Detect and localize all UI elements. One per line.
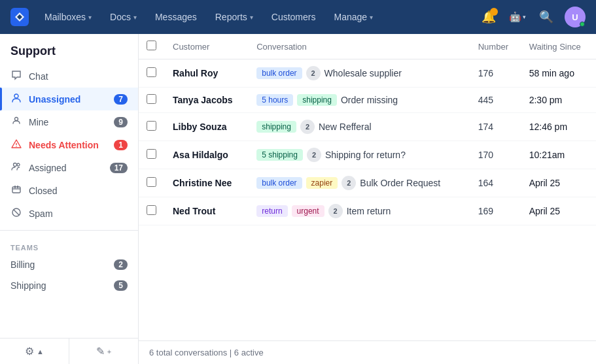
conversation-count-badge: 2 [342,176,356,190]
tag: return [256,205,287,217]
sidebar-item-chat-label: Chat [29,71,128,82]
compose-icon: ✎ [96,345,105,357]
sidebar-item-mine[interactable]: Mine 9 [0,110,138,133]
conversation-count-badge: 2 [328,204,343,218]
unassigned-icon [10,93,22,105]
conversation-subject: Wholesale supplier [324,68,402,78]
notifications-button[interactable]: 🔔 [478,7,499,27]
tag: shipping [297,94,337,106]
conversation-cell: returnurgent2Item return [256,204,462,218]
conversation-subject: Order missing [341,95,398,105]
table-row[interactable]: Libby Souzashipping2New Refferal17412:46… [139,113,596,141]
nav-manage[interactable]: Manage ▾ [326,8,381,26]
row-checkbox[interactable] [147,177,156,187]
nav-messages[interactable]: Messages [147,8,205,26]
conversation-column-header: Conversation [249,34,470,59]
conversation-count-badge: 2 [306,66,321,80]
sidebar-item-billing[interactable]: Billing 2 [0,254,138,275]
sidebar-divider [0,230,138,231]
svg-point-6 [17,163,20,166]
nav-icons: 🔔 🤖▾ 🔍 U [478,7,586,27]
table-row[interactable]: Christine Neebulk orderzapier2Bulk Order… [139,169,596,197]
shipping-count: 5 [114,280,128,291]
row-checkbox[interactable] [147,94,156,104]
tag: 5 hours [256,94,293,106]
search-button[interactable]: 🔍 [536,7,557,27]
select-all-checkbox[interactable] [147,41,156,50]
row-checkbox[interactable] [147,149,156,159]
avatar[interactable]: U [565,7,586,27]
logo[interactable] [10,8,29,26]
warning-icon [10,139,22,151]
table-footer: 6 total conversations | 6 active [139,340,596,364]
svg-point-4 [16,146,16,146]
layout: Support Chat Unassigned 7 Mine 9 [0,34,596,364]
sidebar-item-needs-attention-label: Needs Attention [29,140,107,150]
assigned-badge: 17 [110,163,128,173]
conversation-subject: Bulk Order Request [360,178,440,188]
nav-mailboxes[interactable]: Mailboxes ▾ [37,8,99,26]
agent-status-button[interactable]: 🤖▾ [507,7,528,27]
sidebar-item-chat[interactable]: Chat [0,65,138,88]
customer-name: Rahul Roy [173,68,218,78]
table-row[interactable]: Tanya Jacobs5 hoursshippingOrder missing… [139,88,596,113]
sidebar-item-spam-label: Spam [29,208,128,219]
conversation-cell: 5 shipping2Shipping for return? [256,148,462,162]
conversation-cell: 5 hoursshippingOrder missing [256,94,462,106]
billing-count: 2 [114,259,128,270]
customer-name: Asa Hildalgo [173,150,228,160]
gear-icon: ⚙ [25,345,34,357]
online-indicator [580,22,585,27]
table-row[interactable]: Ned Troutreturnurgent2Item return169Apri… [139,197,596,225]
customer-column-header: Customer [165,34,249,59]
sidebar-item-shipping[interactable]: Shipping 5 [0,275,138,296]
chevron-down-icon: ▾ [88,14,92,21]
sidebar-item-assigned[interactable]: Assigned 17 [0,156,138,179]
conversation-count-badge: 2 [300,120,315,134]
svg-rect-8 [14,186,16,188]
conversation-count-badge: 2 [307,148,321,162]
chevron-down-icon: ▾ [250,14,253,21]
svg-line-11 [14,210,19,215]
table-row[interactable]: Rahul Roybulk order2Wholesale supplier17… [139,59,596,88]
tag: shipping [256,121,296,133]
mine-badge: 9 [114,117,128,127]
nav-docs[interactable]: Docs ▾ [102,8,145,26]
sidebar: Support Chat Unassigned 7 Mine 9 [0,34,139,364]
tag: 5 shipping [256,149,303,161]
conversation-cell: bulk order2Wholesale supplier [256,66,462,80]
waiting-since: April 25 [521,197,596,225]
row-checkbox[interactable] [147,121,156,131]
chevron-down-icon: ▾ [370,14,373,21]
row-checkbox[interactable] [147,67,156,77]
compose-button[interactable]: ✎ + [69,339,138,364]
settings-button[interactable]: ⚙ ▲ [0,339,69,364]
sidebar-item-closed[interactable]: Closed [0,179,138,202]
conversation-number: 170 [470,141,521,169]
sidebar-item-needs-attention[interactable]: Needs Attention 1 [0,133,138,156]
table-body: Rahul Roybulk order2Wholesale supplier17… [139,59,596,225]
sidebar-item-spam[interactable]: Spam [0,202,138,225]
select-all-header [139,34,165,59]
main-content: Customer Conversation Number Waiting Sin… [139,34,596,364]
sidebar-item-unassigned[interactable]: Unassigned 7 [0,88,138,110]
sidebar-item-mine-label: Mine [29,117,107,127]
conversation-subject: New Refferal [319,122,372,132]
spam-icon [10,207,22,220]
table-row[interactable]: Asa Hildalgo5 shipping2Shipping for retu… [139,141,596,169]
svg-rect-9 [17,186,18,188]
table-footer-text: 6 total conversations | 6 active [149,348,264,357]
mine-icon [10,116,22,128]
customer-name: Libby Souza [173,122,226,132]
sidebar-item-assigned-label: Assigned [29,163,103,173]
conversation-table-wrap: Customer Conversation Number Waiting Sin… [139,34,596,340]
conversation-number: 445 [470,88,521,113]
nav-customers[interactable]: Customers [264,8,324,26]
assigned-icon [10,161,22,174]
nav-reports[interactable]: Reports ▾ [207,8,261,26]
sidebar-footer: ⚙ ▲ ✎ + [0,338,138,364]
svg-point-1 [14,94,18,98]
settings-chevron-icon: ▲ [37,348,44,356]
waiting-since: 2:30 pm [521,88,596,113]
row-checkbox[interactable] [147,205,156,215]
